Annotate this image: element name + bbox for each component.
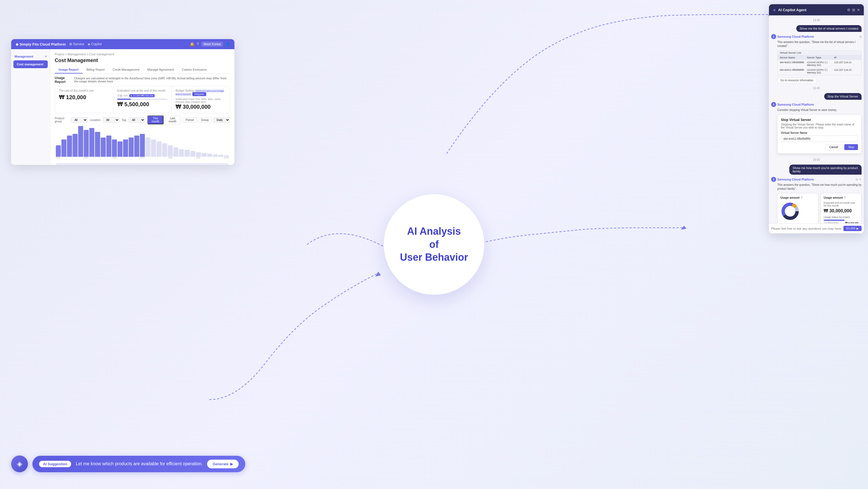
go-to-resource-btn[interactable]: Go to resource information [777, 78, 816, 83]
section-title: Usage Report Charges are calculated at m… [55, 76, 230, 84]
bot-name-3: S Samsung Cloud Platform ⧉ ↻ [771, 177, 862, 182]
sidebar-management[interactable]: Management « [11, 53, 50, 60]
bot-response-2: S Samsung Cloud Platform Consider stoppi… [771, 102, 862, 112]
vs-table-header: Server Name Server Type IP [778, 55, 861, 60]
grid-icon[interactable]: ⊞ [852, 8, 855, 12]
send-button[interactable]: 0/1,000 ▶ [843, 226, 862, 231]
cost-management-panel: ◈ Simply Fits Cloud Platform ⊞ Service ◈… [11, 39, 235, 165]
bot-text-1: This answers the question, "Show me the … [771, 40, 862, 48]
tab-manage-agreement[interactable]: Manage Agreement [144, 66, 178, 74]
bar-22 [179, 149, 184, 157]
estimated-cost-card: Estimated cost at the end of this month … [113, 86, 172, 113]
main-container: AI Analysis of User Behavior ◈ Simply Fi… [0, 0, 868, 489]
copy-icon-1[interactable]: ⧉ [859, 35, 862, 38]
bar-10 [112, 139, 117, 157]
copy-icon-3[interactable]: ⧉ [856, 178, 858, 181]
budget-label: Budget Setting Alerts you when your budg… [176, 89, 226, 96]
refresh-icon-3[interactable]: ↻ [859, 178, 862, 181]
region-selector[interactable]: West Korea [201, 41, 223, 47]
bell-icon[interactable]: 🔔 [190, 42, 194, 47]
usage-amount-value: ₩ 30,000,000 [824, 208, 859, 213]
period-btn[interactable]: Period [183, 117, 197, 123]
generate-arrow-icon: ▶ [230, 462, 233, 466]
bar-24 [190, 151, 195, 157]
center-circle: AI Analysis of User Behavior [384, 194, 484, 295]
copilot-header: ◈ AI Copilot Agent ⚙ ⊞ ✕ [769, 4, 864, 16]
bar-13 [129, 138, 134, 157]
bot-response-3: S Samsung Cloud Platform ⧉ ↻ This answer… [771, 177, 862, 191]
change-badge: ▲ 12.38% ₩5,500,000 [129, 94, 155, 97]
close-icon[interactable]: ✕ [857, 8, 860, 12]
x-label-empty-26 [202, 157, 207, 159]
user-icon[interactable]: 👤 [225, 42, 230, 47]
x-label-empty-1 [61, 157, 66, 159]
vs-th-ip: IP [834, 56, 859, 59]
bot-response-1: S Samsung Cloud Platform ⧉ This answers … [771, 34, 862, 83]
stop-vs-buttons: Cancel Stop [781, 144, 858, 150]
breadcrumb: Project > Management > Cost management [55, 53, 230, 56]
tab-billing-report[interactable]: Billing Report [83, 66, 108, 74]
stop-vs-title: Stop Virtual Server [781, 118, 858, 122]
sidebar: Management « Cost management [11, 49, 50, 165]
estimated-cost-sub: 전월 대비 ▲ 12.38% ₩5,500,000 [117, 94, 167, 97]
nav-copilot[interactable]: ◈ Copilot [88, 42, 101, 46]
vs-th-name: Server Name [780, 56, 805, 59]
bottom-ai-bar: AI Suggestion Let me know which products… [32, 456, 245, 472]
status-item-1 [824, 220, 859, 221]
tag-select[interactable]: All [128, 117, 145, 123]
ai-suggestion-inline: AI Suggestion Let me know which products… [55, 164, 230, 165]
tab-credit-management[interactable]: Credit Management [108, 66, 144, 74]
x-label-empty-29 [218, 157, 223, 159]
tab-usage-report[interactable]: Usage Report [55, 66, 83, 74]
budget-setting-card: Budget Setting Alerts you when your budg… [172, 86, 230, 113]
center-circle-text: AI Analysis of User Behavior [400, 225, 468, 264]
bar-30 [224, 155, 229, 157]
timestamp-1345b: 13:45 [771, 87, 862, 90]
stop-button[interactable]: Stop [844, 144, 858, 150]
bot-icon-1: S [771, 34, 776, 39]
bar-12 [123, 139, 128, 157]
vs-row-1: ske-test11-6fbd9d88b c1v1m2 (vCPU 1 | Me… [778, 60, 861, 67]
x-label-empty-22 [179, 157, 184, 159]
tab-bar: Usage Report Billing Report Credit Manag… [55, 66, 230, 74]
vs-type-1: c1v1m2 (vCPU 1 | Memory 2G) [807, 61, 832, 66]
cost-this-month-label: The cost of this month's use [59, 89, 109, 92]
group-btn[interactable]: Group [198, 117, 212, 123]
user-msg-2: Stop the Virtual Server [824, 93, 862, 100]
vs-name-2: ske-test11-6fbd9d88b [780, 68, 805, 74]
ai-copilot-panel: ◈ AI Copilot Agent ⚙ ⊞ ✕ 13:45 Show me t… [769, 4, 864, 233]
date-filters: This month Last month [147, 115, 180, 124]
x-label-empty-17 [151, 157, 156, 159]
generate-button[interactable]: Generate ▶ [207, 460, 238, 468]
x-label-empty-24 [190, 157, 195, 159]
product-group-select[interactable]: All [71, 117, 88, 123]
sidebar-cost-management[interactable]: Cost management [13, 60, 48, 68]
vs-ip-1: 112.107.114.11 [834, 61, 859, 66]
location-select[interactable]: All [103, 117, 120, 123]
daily-select[interactable]: Daily [213, 117, 230, 123]
copilot-title: AI Copilot Agent [778, 8, 845, 12]
cost-this-month-card: The cost of this month's use ₩ 120,000 [55, 86, 113, 113]
bot-name-1: S Samsung Cloud Platform ⧉ [771, 34, 862, 39]
bot-icon-3: S [771, 177, 776, 182]
expected-label: Expected end-of-month cost for this mont… [824, 201, 859, 207]
copilot-logo-icon: ◈ [773, 7, 776, 12]
copilot-input[interactable] [771, 227, 841, 230]
bar-21 [173, 147, 178, 157]
x-label-empty-8 [101, 157, 106, 159]
usage-card-2-title: Usage amount ? [824, 196, 859, 199]
vs-th-type: Server Type [807, 56, 832, 59]
bar-16 [146, 138, 150, 157]
settings-icon[interactable]: ⚙ [847, 8, 850, 12]
tab-carbon-emissions[interactable]: Carbon Emissions [178, 66, 211, 74]
x-label-20: 9/80 [168, 157, 173, 159]
help-icon[interactable]: ? [197, 42, 199, 47]
last-month-btn[interactable]: Last month [165, 115, 180, 124]
nav-service[interactable]: ⊞ Service [69, 42, 84, 46]
bar-23 [185, 150, 189, 157]
stop-vs-input[interactable] [781, 136, 858, 142]
cancel-button[interactable]: Cancel [825, 144, 842, 150]
request-button[interactable]: Request [192, 92, 206, 96]
this-month-btn[interactable]: This month [147, 115, 163, 124]
timestamp-1345: 13:45 [771, 19, 862, 22]
